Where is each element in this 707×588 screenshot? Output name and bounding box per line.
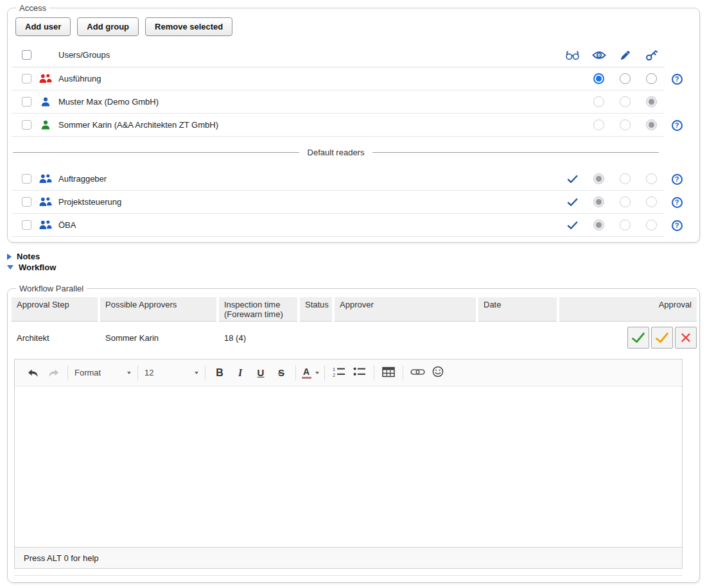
- unordered-list-button[interactable]: [349, 363, 370, 383]
- workflow-parallel-legend: Workflow Parallel: [16, 284, 87, 293]
- row-checkbox[interactable]: [22, 97, 31, 107]
- ordered-list-icon: 1 2: [333, 367, 345, 379]
- help-icon[interactable]: ?: [672, 120, 683, 131]
- col-approver: Approver: [335, 297, 476, 322]
- divider-label: Default readers: [308, 148, 365, 157]
- pencil-permission-radio[interactable]: [620, 173, 631, 184]
- key-permission-radio[interactable]: [646, 173, 657, 184]
- glasses-icon: [565, 50, 580, 60]
- users-icon: [39, 220, 53, 230]
- font-size-select[interactable]: 12: [142, 363, 201, 383]
- editor-content[interactable]: [15, 386, 682, 547]
- text-color-icon: A: [302, 367, 311, 379]
- users-icon: [39, 197, 53, 207]
- undo-button[interactable]: [22, 363, 43, 383]
- approval-step-cell: Architekt: [12, 333, 98, 343]
- eye-permission-radio[interactable]: [593, 73, 604, 84]
- key-permission-radio[interactable]: [646, 96, 657, 107]
- help-icon[interactable]: ?: [672, 220, 683, 231]
- approve-button[interactable]: [627, 327, 649, 349]
- underline-button[interactable]: U: [250, 363, 271, 383]
- x-red-icon: [680, 332, 692, 343]
- approval-table-header: Approval Step Possible Approvers Inspect…: [12, 297, 697, 322]
- help-icon[interactable]: ?: [672, 74, 683, 85]
- rich-text-editor: Format 12 B I U S A: [14, 359, 683, 569]
- pencil-permission-radio[interactable]: [620, 119, 631, 130]
- workflow-toggle[interactable]: Workflow: [7, 262, 707, 273]
- users-groups-header-label: Users/Groups: [58, 50, 559, 60]
- strikethrough-button[interactable]: S: [271, 363, 292, 383]
- row-checkbox[interactable]: [22, 197, 31, 207]
- link-icon: [410, 368, 425, 378]
- table-row: Muster Max (Demo GmbH): [12, 91, 697, 114]
- bold-button[interactable]: B: [209, 363, 230, 383]
- pencil-permission-radio[interactable]: [620, 96, 631, 107]
- col-possible-approvers: Possible Approvers: [100, 297, 216, 322]
- row-label: ÖBA: [58, 220, 559, 230]
- eye-permission-radio[interactable]: [593, 220, 604, 230]
- select-all-checkbox[interactable]: [22, 50, 31, 60]
- check-green-icon: [631, 332, 645, 343]
- col-approval: Approval: [559, 297, 697, 322]
- chevron-down-icon: [127, 372, 131, 374]
- row-checkbox[interactable]: [22, 174, 31, 184]
- table-row: Sommer Karin (A&A Architekten ZT GmbH) ?: [12, 114, 697, 137]
- link-button[interactable]: [407, 363, 428, 383]
- editor-help-text: Press ALT 0 for help: [24, 553, 99, 563]
- notes-toggle[interactable]: Notes: [7, 251, 707, 262]
- remove-selected-button[interactable]: Remove selected: [145, 17, 232, 36]
- key-permission-radio[interactable]: [646, 73, 657, 84]
- help-icon[interactable]: ?: [672, 197, 683, 208]
- add-group-button[interactable]: Add group: [77, 17, 139, 36]
- reject-button[interactable]: [675, 327, 697, 349]
- row-checkbox[interactable]: [22, 220, 31, 230]
- pencil-permission-radio[interactable]: [620, 196, 631, 207]
- eye-permission-radio[interactable]: [593, 96, 604, 107]
- format-select[interactable]: Format: [72, 363, 134, 383]
- chevron-down-icon: [195, 372, 198, 374]
- access-section: Access Add user Add group Remove selecte…: [7, 3, 700, 243]
- eye-permission-radio[interactable]: [593, 196, 604, 207]
- table-row: Ausführung ?: [12, 67, 697, 91]
- col-inspection-time: Inspection time (Forewarn time): [219, 297, 297, 322]
- table-header-row: Users/Groups: [12, 43, 697, 67]
- eye-permission-radio[interactable]: [593, 173, 604, 184]
- inspection-time-cell: 18 (4): [219, 333, 297, 343]
- col-date: Date: [478, 297, 557, 322]
- row-checkbox[interactable]: [22, 74, 31, 83]
- key-permission-radio[interactable]: [646, 196, 657, 207]
- svg-text:2: 2: [333, 372, 335, 377]
- row-label: Sommer Karin (A&A Architekten ZT GmbH): [58, 120, 559, 130]
- insert-table-button[interactable]: [378, 363, 399, 383]
- default-reader-check-icon: [567, 198, 578, 207]
- col-approval-step: Approval Step: [12, 297, 98, 322]
- row-checkbox[interactable]: [22, 120, 31, 130]
- row-label: Projektsteuerung: [58, 197, 559, 207]
- key-permission-radio[interactable]: [646, 119, 657, 130]
- editor-toolbar: Format 12 B I U S A: [15, 359, 682, 386]
- default-reader-check-icon: [567, 175, 578, 184]
- pencil-permission-radio[interactable]: [620, 220, 631, 230]
- approve-with-remark-button[interactable]: [651, 327, 673, 349]
- table-icon: [382, 367, 395, 379]
- row-label: Ausführung: [58, 74, 559, 83]
- caret-down-icon: [7, 265, 13, 270]
- add-user-button[interactable]: Add user: [15, 17, 71, 36]
- row-label: Auftraggeber: [58, 174, 559, 184]
- text-color-button[interactable]: A: [300, 363, 320, 383]
- redo-button[interactable]: [43, 363, 64, 383]
- possible-approvers-cell: Sommer Karin: [100, 333, 216, 343]
- table-row: ÖBA ?: [12, 214, 697, 237]
- users-icon: [39, 174, 53, 184]
- default-readers-divider: Default readers: [13, 137, 659, 168]
- default-reader-check-icon: [567, 221, 578, 230]
- ordered-list-button[interactable]: 1 2: [329, 363, 349, 383]
- unordered-list-icon: [353, 367, 366, 379]
- key-permission-radio[interactable]: [646, 220, 657, 230]
- workflow-parallel-section: Workflow Parallel Approval Step Possible…: [7, 284, 700, 583]
- eye-permission-radio[interactable]: [593, 119, 604, 130]
- italic-button[interactable]: I: [230, 363, 250, 383]
- pencil-permission-radio[interactable]: [620, 73, 631, 84]
- smiley-button[interactable]: [428, 363, 448, 383]
- help-icon[interactable]: ?: [672, 174, 683, 185]
